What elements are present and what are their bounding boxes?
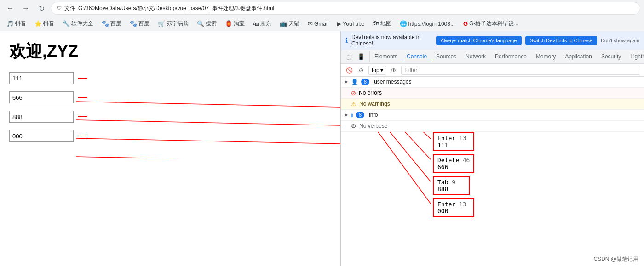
search-icon: 🔍 [197, 20, 204, 27]
tab-performance[interactable]: Performance [490, 51, 531, 62]
svg-line-8 [341, 132, 431, 139]
svg-line-6 [76, 157, 340, 158]
back-button[interactable]: ← [4, 2, 17, 15]
device-icon[interactable]: 📱 [356, 51, 367, 62]
input-field-4[interactable] [9, 130, 74, 142]
suning-icon: 🛒 [158, 20, 165, 27]
bookmark-1008[interactable]: 🌐 https://login.1008... [397, 19, 458, 28]
user-count-badge: 8 [361, 79, 369, 85]
tools-icon: 🔧 [63, 20, 70, 27]
tab-memory[interactable]: Memory [531, 51, 560, 62]
bookmark-douyin2[interactable]: ⭐ 抖音 [32, 19, 57, 28]
svg-line-11 [341, 132, 431, 204]
output-boxes-area: Enter 13 111 Delete 46 666 Tab 9 888 Ent… [341, 132, 644, 224]
match-language-button[interactable]: Always match Chrome's language [436, 36, 522, 45]
bookmark-tools[interactable]: 🔧 软件大全 [60, 19, 96, 28]
input-group-1 [9, 72, 331, 84]
bookmark-baidu2[interactable]: 🐾 百度 [127, 19, 152, 28]
input-group-2 [9, 91, 331, 103]
input-field-3[interactable] [9, 111, 74, 123]
jd-icon: 🛍 [253, 20, 259, 27]
tianmao-icon: 📺 [280, 20, 287, 27]
tab-console[interactable]: Console [402, 51, 431, 62]
forward-button[interactable]: → [19, 2, 32, 15]
tab-application[interactable]: Application [560, 51, 597, 62]
bookmark-map[interactable]: 🗺 地图 [370, 19, 394, 28]
filter-icon[interactable]: ⊘ [356, 66, 366, 75]
baidu2-icon: 🐾 [130, 20, 137, 27]
user-msg-text: user messages [374, 79, 640, 85]
warning-icon: ⚠ [351, 101, 356, 108]
address-bar[interactable]: 🛡 文件 G:/360MoveData/Users/静小文/Desktop/vu… [51, 2, 640, 15]
filter-input[interactable] [401, 66, 640, 75]
main-area: 欢迎,ZYZ [0, 31, 644, 266]
bookmark-csdn[interactable]: G G-格子达本科毕设... [460, 19, 521, 28]
bookmark-tianmao[interactable]: 📺 天猫 [277, 19, 302, 28]
gmail-icon: ✉ [308, 20, 313, 27]
tab-icon-area: ⬚ 📱 [341, 51, 370, 62]
address-url: G:/360MoveData/Users/静小文/Desktop/vue_bas… [78, 5, 274, 12]
bookmark-douyin[interactable]: 🎵 抖音 [4, 19, 29, 28]
tab-sources[interactable]: Sources [431, 51, 461, 62]
file-label: 文件 [64, 5, 75, 12]
console-message-verbose[interactable]: ▶ ⚙ No verbose [341, 121, 644, 132]
eye-icon[interactable]: 👁 [389, 66, 398, 75]
console-message-info[interactable]: ▶ ℹ 8 info [341, 110, 644, 121]
bookmark-jd[interactable]: 🛍 京东 [250, 19, 274, 28]
input-field-1[interactable] [9, 72, 74, 84]
output-box-4: Enter 13 000 [433, 198, 474, 217]
youtube-icon: ▶ [337, 20, 341, 27]
douyin-icon: 🎵 [6, 20, 14, 27]
console-toolbar: 🚫 ⊘ top ▾ 👁 [341, 64, 644, 77]
taobao-icon: 🏮 [225, 20, 232, 27]
footer-watermark: CSDN @做笔记用 [593, 255, 638, 263]
dont-show-button[interactable]: Don't show again [601, 38, 639, 43]
input-field-2[interactable] [9, 91, 74, 103]
tab-network[interactable]: Network [461, 51, 490, 62]
notification-text: DevTools is now available in Chinese! [351, 34, 432, 47]
no-warnings-text: No warnings [359, 101, 640, 107]
expand-arrow-4: ▶ [345, 112, 348, 117]
tab-lighthouse[interactable]: Lighthouse [626, 51, 644, 62]
devtools-notification: ℹ DevTools is now available in Chinese! … [341, 31, 644, 50]
bookmark-search[interactable]: 🔍 搜索 [194, 19, 219, 28]
switch-chinese-button[interactable]: Switch DevTools to Chinese [525, 36, 597, 45]
bookmark-suning[interactable]: 🛒 苏宁易购 [155, 19, 191, 28]
console-message-user[interactable]: ▶ 👤 8 user messages [341, 77, 644, 88]
console-message-errors[interactable]: ▶ ⊘ No errors [341, 88, 644, 99]
svg-line-9 [341, 132, 431, 159]
top-label: top [372, 67, 380, 74]
input-group-4 [9, 130, 331, 142]
top-selector[interactable]: top ▾ [368, 66, 386, 75]
output-box-3: Tab 9 888 [433, 176, 470, 195]
watermark-text: CSDN @做笔记用 [593, 256, 638, 262]
bookmark-youtube[interactable]: ▶ YouTube [334, 19, 367, 28]
bookmarks-bar: 🎵 抖音 ⭐ 抖音 🔧 软件大全 🐾 百度 🐾 百度 🛒 苏宁易购 🔍 搜索 � [0, 17, 644, 31]
devtools-panel: ℹ DevTools is now available in Chinese! … [340, 31, 644, 266]
expand-arrow: ▶ [345, 79, 348, 84]
info-count-badge: 8 [356, 112, 364, 118]
webpage-content: 欢迎,ZYZ [0, 31, 340, 158]
no-verbose-text: No verbose [359, 123, 640, 129]
dropdown-icon: ▾ [380, 67, 383, 74]
no-errors-text: No errors [359, 90, 640, 96]
bookmark-gmail[interactable]: ✉ Gmail [305, 19, 331, 28]
bookmark-baidu1[interactable]: 🐾 百度 [99, 19, 124, 28]
csdn-icon: G [463, 20, 468, 27]
tab-elements[interactable]: Elements [370, 51, 402, 62]
devtools-tabs: ⬚ 📱 Elements Console Sources Network Per… [341, 50, 644, 64]
file-icon: 🛡 [57, 6, 62, 11]
refresh-button[interactable]: ↻ [35, 2, 48, 15]
clear-console-icon[interactable]: 🚫 [345, 66, 354, 75]
webpage-wrapper: 欢迎,ZYZ [0, 31, 340, 266]
inspect-icon[interactable]: ⬚ [344, 51, 355, 62]
bookmark-taobao[interactable]: 🏮 淘宝 [222, 19, 247, 28]
globe-icon: 🌐 [400, 20, 407, 27]
output-box-2: Delete 46 666 [433, 154, 474, 173]
verbose-icon: ⚙ [351, 123, 356, 130]
browser-chrome: ← → ↻ 🛡 文件 G:/360MoveData/Users/静小文/Desk… [0, 0, 644, 31]
info-msg-text: info [369, 112, 640, 118]
tab-security[interactable]: Security [597, 51, 626, 62]
baidu1-icon: 🐾 [102, 20, 109, 27]
console-message-warnings[interactable]: ▶ ⚠ No warnings [341, 99, 644, 110]
